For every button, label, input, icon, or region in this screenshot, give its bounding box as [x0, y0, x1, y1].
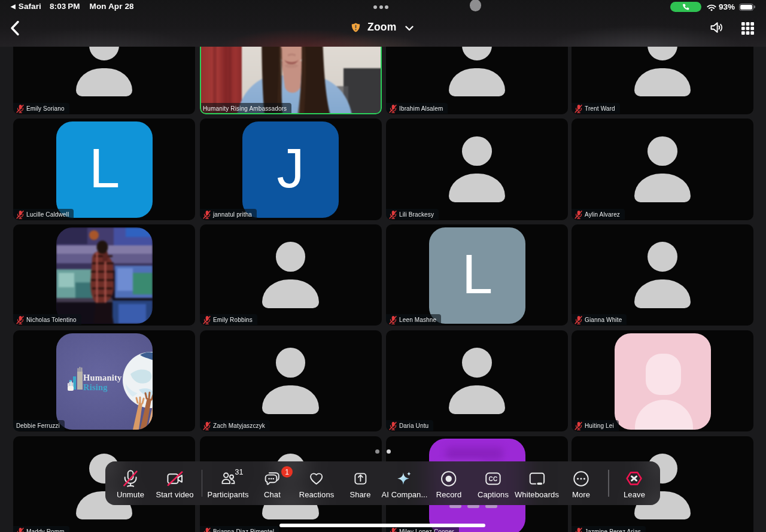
svg-text:CC: CC: [488, 476, 497, 482]
